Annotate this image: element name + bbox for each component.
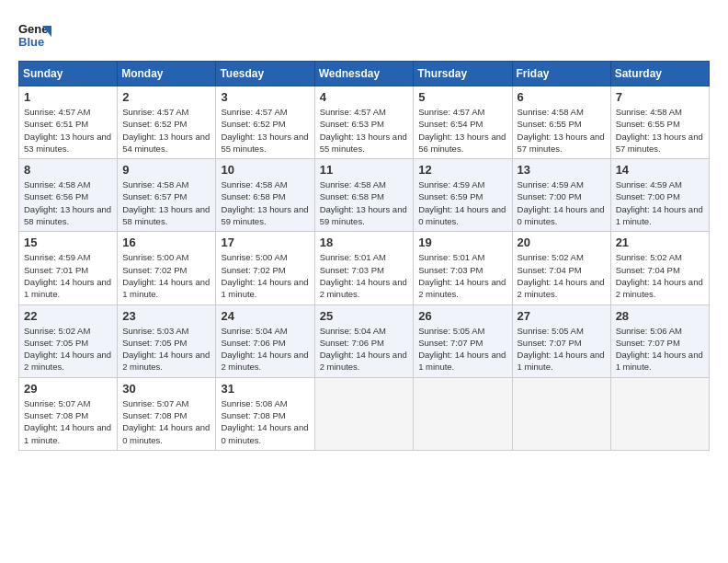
calendar-day-cell: 3Sunrise: 4:57 AM Sunset: 6:52 PM Daylig… <box>216 86 314 159</box>
day-info: Sunrise: 4:59 AM Sunset: 7:00 PM Dayligh… <box>518 178 606 227</box>
day-number: 9 <box>122 163 210 177</box>
day-info: Sunrise: 4:58 AM Sunset: 6:58 PM Dayligh… <box>221 178 309 227</box>
day-number: 8 <box>24 163 112 177</box>
day-number: 10 <box>221 163 309 177</box>
day-number: 28 <box>616 309 704 323</box>
page-header: General Blue <box>18 18 710 52</box>
day-info: Sunrise: 5:05 AM Sunset: 7:07 PM Dayligh… <box>518 325 606 373</box>
calendar-day-cell: 23Sunrise: 5:03 AM Sunset: 7:05 PM Dayli… <box>118 304 216 377</box>
day-info: Sunrise: 5:07 AM Sunset: 7:08 PM Dayligh… <box>122 397 210 446</box>
day-info: Sunrise: 4:58 AM Sunset: 6:58 PM Dayligh… <box>320 178 409 227</box>
day-info: Sunrise: 4:58 AM Sunset: 6:55 PM Dayligh… <box>518 106 606 155</box>
day-number: 25 <box>320 309 409 323</box>
weekday-header-friday: Friday <box>512 62 610 86</box>
calendar-day-cell: 16Sunrise: 5:00 AM Sunset: 7:02 PM Dayli… <box>118 232 216 304</box>
day-number: 22 <box>24 309 112 323</box>
day-number: 26 <box>418 309 506 323</box>
day-number: 27 <box>518 309 606 323</box>
day-info: Sunrise: 4:58 AM Sunset: 6:56 PM Dayligh… <box>24 178 112 227</box>
day-info: Sunrise: 4:58 AM Sunset: 6:55 PM Dayligh… <box>616 106 704 155</box>
calendar-day-cell <box>414 377 512 450</box>
calendar-day-cell: 6Sunrise: 4:58 AM Sunset: 6:55 PM Daylig… <box>512 86 610 159</box>
calendar-day-cell: 26Sunrise: 5:05 AM Sunset: 7:07 PM Dayli… <box>414 304 512 377</box>
calendar-day-cell: 11Sunrise: 4:58 AM Sunset: 6:58 PM Dayli… <box>314 159 414 232</box>
day-info: Sunrise: 5:01 AM Sunset: 7:03 PM Dayligh… <box>320 251 409 300</box>
calendar-week-row: 8Sunrise: 4:58 AM Sunset: 6:56 PM Daylig… <box>19 159 710 232</box>
day-info: Sunrise: 5:01 AM Sunset: 7:03 PM Dayligh… <box>418 251 506 300</box>
day-number: 6 <box>518 90 606 104</box>
day-info: Sunrise: 4:59 AM Sunset: 7:01 PM Dayligh… <box>24 251 112 300</box>
calendar-day-cell: 9Sunrise: 4:58 AM Sunset: 6:57 PM Daylig… <box>118 159 216 232</box>
day-info: Sunrise: 5:02 AM Sunset: 7:05 PM Dayligh… <box>24 325 112 373</box>
calendar-day-cell: 8Sunrise: 4:58 AM Sunset: 6:56 PM Daylig… <box>19 159 118 232</box>
weekday-header-thursday: Thursday <box>414 62 512 86</box>
weekday-header-sunday: Sunday <box>19 62 118 86</box>
logo-icon: General Blue <box>18 18 51 52</box>
day-info: Sunrise: 4:59 AM Sunset: 6:59 PM Dayligh… <box>418 178 506 227</box>
day-number: 31 <box>221 382 309 396</box>
weekday-header-wednesday: Wednesday <box>314 62 414 86</box>
day-number: 29 <box>24 382 112 396</box>
day-number: 23 <box>122 309 210 323</box>
day-info: Sunrise: 4:58 AM Sunset: 6:57 PM Dayligh… <box>122 178 210 227</box>
calendar-day-cell: 24Sunrise: 5:04 AM Sunset: 7:06 PM Dayli… <box>216 304 314 377</box>
calendar-day-cell: 17Sunrise: 5:00 AM Sunset: 7:02 PM Dayli… <box>216 232 314 304</box>
day-number: 12 <box>418 163 506 177</box>
day-number: 14 <box>616 163 704 177</box>
calendar-day-cell: 20Sunrise: 5:02 AM Sunset: 7:04 PM Dayli… <box>512 232 610 304</box>
logo: General Blue <box>18 18 51 52</box>
day-number: 16 <box>122 236 210 249</box>
day-number: 11 <box>320 163 409 177</box>
day-info: Sunrise: 5:03 AM Sunset: 7:05 PM Dayligh… <box>122 325 210 373</box>
calendar-day-cell: 29Sunrise: 5:07 AM Sunset: 7:08 PM Dayli… <box>19 377 118 450</box>
day-number: 21 <box>616 236 704 249</box>
day-info: Sunrise: 4:59 AM Sunset: 7:00 PM Dayligh… <box>616 178 704 227</box>
day-info: Sunrise: 5:04 AM Sunset: 7:06 PM Dayligh… <box>221 325 309 373</box>
calendar-week-row: 29Sunrise: 5:07 AM Sunset: 7:08 PM Dayli… <box>19 377 710 450</box>
calendar-table: SundayMondayTuesdayWednesdayThursdayFrid… <box>18 61 710 451</box>
calendar-day-cell: 4Sunrise: 4:57 AM Sunset: 6:53 PM Daylig… <box>314 86 414 159</box>
day-number: 30 <box>122 382 210 396</box>
day-info: Sunrise: 5:00 AM Sunset: 7:02 PM Dayligh… <box>221 251 309 300</box>
weekday-header-saturday: Saturday <box>610 62 709 86</box>
weekday-header-monday: Monday <box>118 62 216 86</box>
day-number: 19 <box>418 236 506 249</box>
day-number: 24 <box>221 309 309 323</box>
calendar-week-row: 15Sunrise: 4:59 AM Sunset: 7:01 PM Dayli… <box>19 232 710 304</box>
calendar-day-cell: 27Sunrise: 5:05 AM Sunset: 7:07 PM Dayli… <box>512 304 610 377</box>
calendar-day-cell: 5Sunrise: 4:57 AM Sunset: 6:54 PM Daylig… <box>414 86 512 159</box>
day-number: 13 <box>518 163 606 177</box>
calendar-day-cell: 31Sunrise: 5:08 AM Sunset: 7:08 PM Dayli… <box>216 377 314 450</box>
calendar-day-cell: 13Sunrise: 4:59 AM Sunset: 7:00 PM Dayli… <box>512 159 610 232</box>
day-number: 2 <box>122 90 210 104</box>
calendar-day-cell: 19Sunrise: 5:01 AM Sunset: 7:03 PM Dayli… <box>414 232 512 304</box>
day-number: 18 <box>320 236 409 249</box>
calendar-day-cell: 30Sunrise: 5:07 AM Sunset: 7:08 PM Dayli… <box>118 377 216 450</box>
calendar-day-cell: 7Sunrise: 4:58 AM Sunset: 6:55 PM Daylig… <box>610 86 709 159</box>
day-info: Sunrise: 5:02 AM Sunset: 7:04 PM Dayligh… <box>616 251 704 300</box>
calendar-day-cell <box>314 377 414 450</box>
calendar-day-cell <box>512 377 610 450</box>
calendar-day-cell: 2Sunrise: 4:57 AM Sunset: 6:52 PM Daylig… <box>118 86 216 159</box>
day-info: Sunrise: 4:57 AM Sunset: 6:53 PM Dayligh… <box>320 106 409 155</box>
calendar-day-cell: 14Sunrise: 4:59 AM Sunset: 7:00 PM Dayli… <box>610 159 709 232</box>
weekday-header-row: SundayMondayTuesdayWednesdayThursdayFrid… <box>19 62 710 86</box>
day-number: 17 <box>221 236 309 249</box>
calendar-day-cell: 28Sunrise: 5:06 AM Sunset: 7:07 PM Dayli… <box>610 304 709 377</box>
day-info: Sunrise: 5:06 AM Sunset: 7:07 PM Dayligh… <box>616 325 704 373</box>
day-number: 4 <box>320 90 409 104</box>
calendar-day-cell: 1Sunrise: 4:57 AM Sunset: 6:51 PM Daylig… <box>19 86 118 159</box>
calendar-day-cell: 12Sunrise: 4:59 AM Sunset: 6:59 PM Dayli… <box>414 159 512 232</box>
day-info: Sunrise: 5:04 AM Sunset: 7:06 PM Dayligh… <box>320 325 409 373</box>
calendar-day-cell: 25Sunrise: 5:04 AM Sunset: 7:06 PM Dayli… <box>314 304 414 377</box>
day-info: Sunrise: 5:07 AM Sunset: 7:08 PM Dayligh… <box>24 397 112 446</box>
calendar-day-cell: 21Sunrise: 5:02 AM Sunset: 7:04 PM Dayli… <box>610 232 709 304</box>
day-number: 7 <box>616 90 704 104</box>
day-info: Sunrise: 4:57 AM Sunset: 6:52 PM Dayligh… <box>221 106 309 155</box>
calendar-day-cell: 22Sunrise: 5:02 AM Sunset: 7:05 PM Dayli… <box>19 304 118 377</box>
calendar-week-row: 1Sunrise: 4:57 AM Sunset: 6:51 PM Daylig… <box>19 86 710 159</box>
calendar-day-cell: 15Sunrise: 4:59 AM Sunset: 7:01 PM Dayli… <box>19 232 118 304</box>
day-number: 5 <box>418 90 506 104</box>
day-info: Sunrise: 4:57 AM Sunset: 6:52 PM Dayligh… <box>122 106 210 155</box>
day-number: 15 <box>24 236 112 249</box>
